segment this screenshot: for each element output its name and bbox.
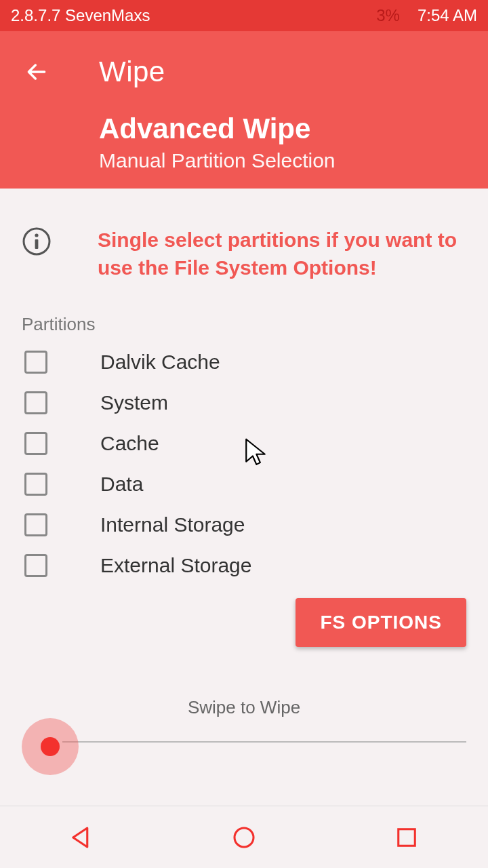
swipe-label: Swipe to Wipe <box>22 697 466 718</box>
partition-item-cache[interactable]: Cache <box>22 423 466 464</box>
nav-back-button[interactable] <box>51 817 112 858</box>
partition-label: External Storage <box>100 554 251 577</box>
checkbox[interactable] <box>24 554 47 577</box>
checkbox[interactable] <box>24 473 47 496</box>
swipe-track[interactable] <box>22 722 466 763</box>
navigation-bar <box>0 806 488 868</box>
svg-point-1 <box>35 233 38 237</box>
partition-label: System <box>100 391 168 414</box>
clock-time: 7:54 AM <box>418 6 477 25</box>
swipe-to-wipe[interactable]: Swipe to Wipe <box>0 697 488 763</box>
fs-options-button[interactable]: FS OPTIONS <box>296 598 466 647</box>
partition-item-data[interactable]: Data <box>22 464 466 505</box>
svg-rect-2 <box>35 239 39 249</box>
checkbox[interactable] <box>24 391 47 414</box>
swipe-thumb-inner <box>41 737 60 756</box>
triangle-back-icon <box>67 823 96 852</box>
partitions-section-label: Partitions <box>0 295 488 342</box>
nav-home-button[interactable] <box>214 817 274 858</box>
checkbox[interactable] <box>24 351 47 374</box>
info-notice: Single select partitions if you want to … <box>0 189 488 295</box>
info-icon <box>22 226 52 256</box>
notice-text: Single select partitions if you want to … <box>98 226 466 281</box>
partition-item-system[interactable]: System <box>22 382 466 423</box>
page-description: Manual Partition Selection <box>99 149 468 172</box>
partition-item-dalvik-cache[interactable]: Dalvik Cache <box>22 342 466 382</box>
checkbox[interactable] <box>24 513 47 536</box>
swipe-thumb[interactable] <box>22 718 79 775</box>
circle-home-icon <box>230 823 258 852</box>
partition-label: Cache <box>100 432 159 455</box>
partition-item-external-storage[interactable]: External Storage <box>22 545 466 586</box>
page-title: Wipe <box>99 56 165 88</box>
page-subtitle: Advanced Wipe <box>99 113 468 145</box>
partition-item-internal-storage[interactable]: Internal Storage <box>22 505 466 545</box>
svg-point-3 <box>235 828 253 847</box>
svg-rect-4 <box>399 829 415 846</box>
version-label: 2.8.7.7 SevenMaxs <box>11 6 376 25</box>
status-bar: 2.8.7.7 SevenMaxs 3% 7:54 AM <box>0 0 488 31</box>
square-recent-icon <box>392 823 421 852</box>
checkbox[interactable] <box>24 432 47 455</box>
nav-recent-button[interactable] <box>376 817 437 858</box>
arrow-left-icon <box>23 58 50 85</box>
partition-label: Internal Storage <box>100 513 245 536</box>
back-button[interactable] <box>20 56 53 88</box>
app-header: Wipe Advanced Wipe Manual Partition Sele… <box>0 31 488 189</box>
swipe-line <box>62 741 466 743</box>
partition-label: Data <box>100 473 143 496</box>
partition-list: Dalvik Cache System Cache Data Internal … <box>0 342 488 586</box>
partition-label: Dalvik Cache <box>100 351 220 374</box>
battery-percent: 3% <box>376 6 400 25</box>
